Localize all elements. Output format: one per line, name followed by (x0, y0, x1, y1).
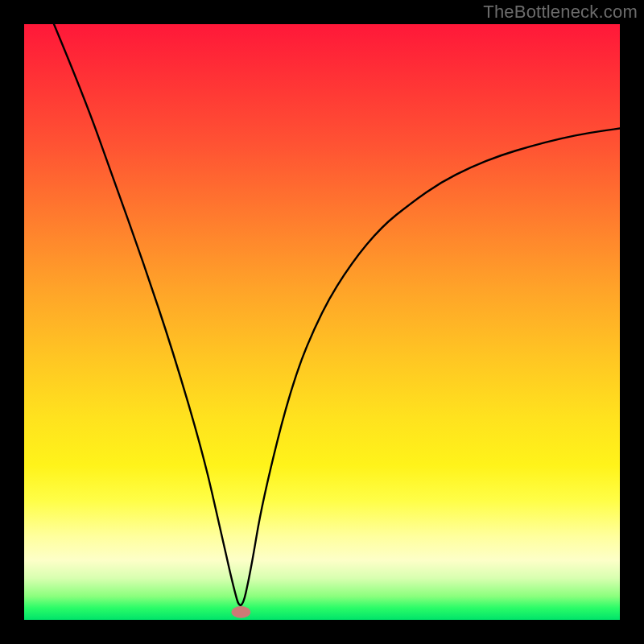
chart-frame: TheBottleneck.com (0, 0, 644, 644)
watermark-text: TheBottleneck.com (483, 2, 638, 23)
chart-svg (24, 24, 620, 620)
bottleneck-curve (54, 24, 620, 605)
plot-area (24, 24, 620, 620)
minimum-marker (232, 606, 251, 618)
